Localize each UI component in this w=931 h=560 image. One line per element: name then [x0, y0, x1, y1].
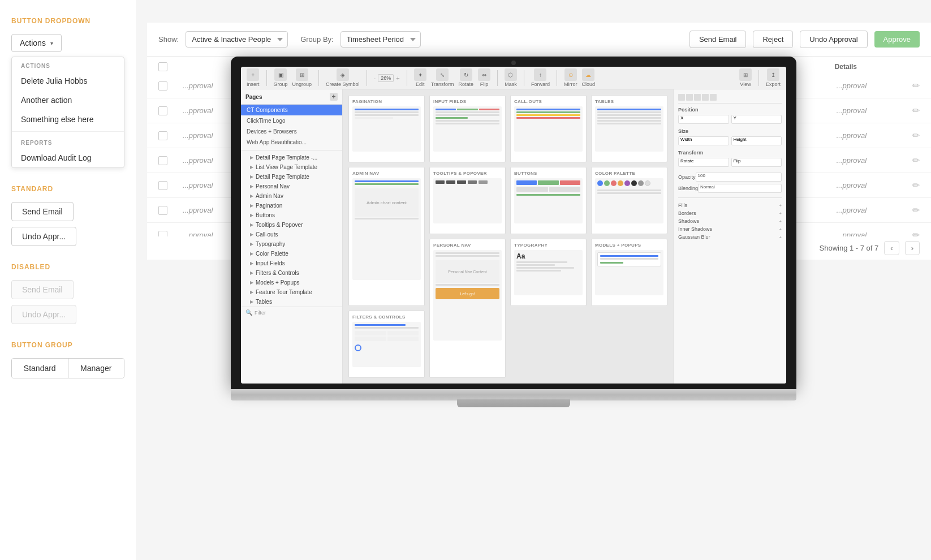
edit-icon[interactable]: ✏: [912, 105, 920, 116]
edit-icon[interactable]: ✏: [912, 155, 920, 166]
edit-icon[interactable]: ✏: [912, 130, 920, 141]
dropdown-divider: [12, 131, 124, 132]
button-dropdown-section: BUTTON DROPDOWN Actions ▾ ACTIONS Delete…: [11, 17, 124, 168]
show-label: Show:: [158, 35, 179, 44]
col-hours: Hours: [329, 63, 476, 71]
standard-section: STANDARD Send Email Undo Appr...: [11, 185, 124, 246]
col-status: Timesheet Status: [624, 63, 771, 71]
dropdown-group-actions: ACTIONS: [12, 57, 124, 71]
edit-icon[interactable]: ✏: [912, 180, 920, 191]
edit-icon[interactable]: ✏: [912, 205, 920, 216]
header-checkbox[interactable]: [158, 62, 167, 71]
section-title-btn-group: BUTTON GROUP: [11, 341, 124, 349]
dropdown-item-another[interactable]: Another action: [12, 91, 124, 110]
pagination-showing: Showing 1 - 7 of 7: [820, 244, 879, 252]
dropdown-group-reports: REPORTS: [12, 134, 124, 148]
actions-button[interactable]: Actions ▾: [11, 34, 62, 52]
disabled-send-email-button: Send Email: [11, 280, 74, 299]
layer-arrow: ▶: [250, 290, 253, 295]
standard-undo-button[interactable]: Undo Appr...: [11, 227, 76, 246]
edit-icon[interactable]: ✏: [912, 80, 920, 91]
undo-approval-button[interactable]: Undo Approval: [800, 31, 867, 48]
sidebar-search: 🔍 Filter: [241, 307, 342, 318]
button-group: Standard Manager: [11, 358, 124, 378]
show-select[interactable]: Active & Inactive People: [186, 31, 288, 48]
top-bar: Show: Active & Inactive People Group By:…: [147, 23, 931, 57]
layer-tables[interactable]: ▶ Tables: [241, 297, 342, 307]
button-group-section: BUTTON GROUP Standard Manager: [11, 341, 124, 378]
search-icon: 🔍: [245, 309, 252, 316]
group-by-select[interactable]: Timesheet Period: [340, 31, 421, 48]
group-by-label: Group By:: [300, 35, 334, 44]
disabled-button-row: Send Email Undo Appr...: [11, 280, 124, 324]
approval-rows: ...pproval ...pproval ✏ ...pproval ...pp…: [147, 74, 931, 248]
section-title-dropdown: BUTTON DROPDOWN: [11, 17, 124, 25]
layer-arrow: ▶: [250, 270, 253, 275]
layer-models[interactable]: ▶ Models + Popups: [241, 278, 342, 287]
row-checkbox[interactable]: [158, 181, 167, 190]
layer-feature-tour[interactable]: ▶ Feature Tour Template: [241, 287, 342, 297]
layer-filters[interactable]: ▶ Filters & Controls: [241, 268, 342, 278]
card-filters-label: Filters & Controls: [352, 315, 421, 320]
approve-button[interactable]: Approve: [874, 31, 920, 48]
laptop-stand: [457, 399, 570, 407]
section-title-disabled: DISABLED: [11, 263, 124, 271]
disabled-section: DISABLED Send Email Undo Appr...: [11, 263, 124, 324]
search-placeholder: Filter: [255, 310, 266, 316]
disabled-undo-button: Undo Appr...: [11, 305, 76, 324]
dropdown-menu: ACTIONS Delete Julia Hobbs Another actio…: [11, 57, 124, 168]
row-checkbox[interactable]: [158, 156, 167, 165]
card-filters: Filters & Controls: [348, 311, 425, 378]
dropdown-item-delete[interactable]: Delete Julia Hobbs: [12, 71, 124, 91]
section-title-standard: STANDARD: [11, 185, 124, 193]
col-complete: Complete: [476, 63, 624, 71]
reject-button[interactable]: Reject: [753, 31, 793, 48]
left-panel: BUTTON DROPDOWN Actions ▾ ACTIONS Delete…: [0, 0, 136, 560]
table-row: ...pproval ...pproval ✏: [147, 148, 931, 173]
table-row: ...pproval ...pproval ✏: [147, 74, 931, 98]
table-row: ...pproval ...pproval ✏: [147, 98, 931, 123]
standard-button-row: Send Email Undo Appr...: [11, 202, 124, 246]
dropdown-item-audit-log[interactable]: Download Audit Log: [12, 148, 124, 167]
layer-input-fields[interactable]: ▶ Input Fields: [241, 259, 342, 268]
card-filters-content: [352, 322, 421, 367]
table-row: ...pproval ...pproval ✏: [147, 198, 931, 223]
btn-group-standard[interactable]: Standard: [12, 359, 68, 378]
col-approver: Approver: [180, 63, 328, 71]
row-checkbox[interactable]: [158, 131, 167, 140]
caret-icon: ▾: [50, 40, 53, 46]
pagination-next[interactable]: ›: [905, 241, 920, 255]
col-checkbox: [158, 62, 180, 71]
layer-arrow: ▶: [250, 280, 253, 285]
pagination-row: Showing 1 - 7 of 7 ‹ ›: [147, 236, 931, 260]
actions-button-label: Actions: [20, 38, 46, 48]
laptop-base: [231, 389, 796, 400]
standard-send-email-button[interactable]: Send Email: [11, 202, 74, 221]
dropdown-item-something[interactable]: Something else here: [12, 110, 124, 129]
row-checkbox[interactable]: [158, 206, 167, 215]
pagination-prev[interactable]: ‹: [884, 241, 899, 255]
row-checkbox[interactable]: [158, 106, 167, 115]
send-email-button-top[interactable]: Send Email: [689, 31, 746, 48]
col-details: Details: [772, 63, 920, 71]
table-row: ...pproval ...pproval ✏: [147, 123, 931, 148]
table-row: ...pproval ...pproval ✏: [147, 173, 931, 198]
row-checkbox[interactable]: [158, 81, 167, 91]
layer-arrow: ▶: [250, 261, 253, 266]
btn-group-manager[interactable]: Manager: [68, 359, 124, 378]
layer-arrow: ▶: [250, 299, 253, 304]
